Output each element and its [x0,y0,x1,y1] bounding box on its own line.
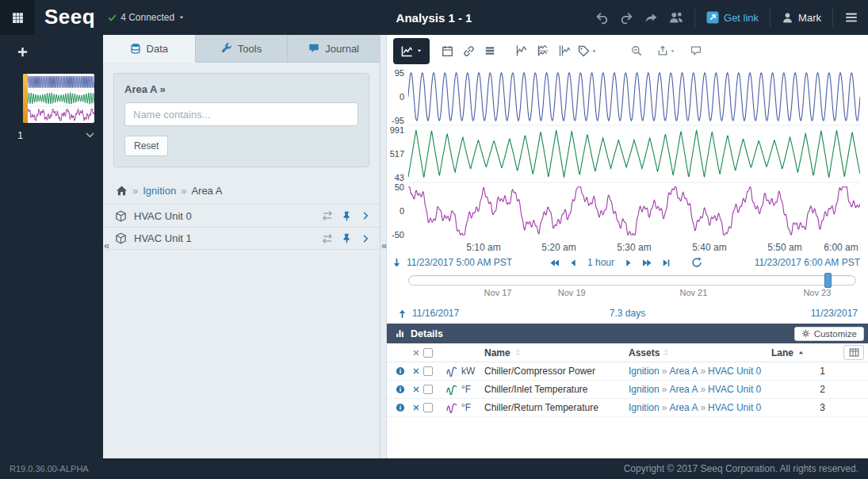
slider-handle[interactable] [824,273,832,288]
tab-data[interactable]: Data [103,35,196,63]
asset-link[interactable]: Ignition [629,402,660,413]
column-chooser-button[interactable] [843,345,864,360]
pin-asset-icon[interactable] [342,233,352,243]
details-table: Name Assets Lane [387,343,868,458]
asset-link[interactable]: Area A [669,402,698,413]
user-menu[interactable]: Mark [782,12,821,24]
row-checkbox[interactable] [423,403,433,412]
asset-link[interactable]: Ignition [629,366,660,377]
pin-asset-icon[interactable] [342,211,352,221]
asset-link[interactable]: Area A [669,366,698,377]
columns-grid-icon [849,347,859,358]
browse-panel: Data Tools Journal Area A » Reset » [103,35,380,458]
reset-button[interactable]: Reset [124,136,168,156]
asset-link[interactable]: HVAC Unit 0 [708,402,761,413]
samples-table-button[interactable] [480,40,499,61]
remove-all-icon[interactable] [408,349,423,357]
home-icon[interactable] [116,185,128,197]
annotate-button[interactable] [686,40,705,61]
info-icon[interactable] [392,403,408,412]
remove-icon[interactable] [408,385,423,393]
one-lane-button[interactable] [512,40,531,61]
auto-update-icon[interactable] [691,257,702,268]
display-range-start[interactable]: 11/23/2017 5:00 AM PST [407,257,512,268]
investigate-range-end[interactable]: 11/23/2017 [811,308,858,319]
display-range-right: 11/23/2017 6:00 AM PST [702,257,860,268]
details-header: Details Customize [387,324,868,343]
view-selector-button[interactable] [393,38,430,64]
column-header-name[interactable]: Name [484,347,629,358]
export-button[interactable] [656,40,677,61]
shrink-range-icon[interactable] [392,258,402,268]
new-worksheet-button[interactable] [17,46,29,58]
tab-journal[interactable]: Journal [288,35,380,63]
present-button[interactable] [644,11,658,25]
investigate-range-duration[interactable]: 7.3 days [610,308,645,319]
redo-button[interactable] [620,11,633,25]
version-label: R19.0.36.00-ALPHA [10,464,89,473]
display-range-bar: 11/23/2017 5:00 AM PST 1 hour 11/23/2017… [387,254,868,271]
step-forward-full-icon[interactable] [642,258,652,268]
hamburger-menu-button[interactable] [844,10,858,25]
asset-link[interactable]: HVAC Unit 0 [708,384,761,395]
swap-asset-icon[interactable] [322,210,333,221]
calendar-button[interactable] [438,40,457,61]
breadcrumb-ignition-link[interactable]: Ignition [143,185,176,197]
display-range-duration[interactable]: 1 hour [587,257,614,268]
connected-status[interactable]: 4 Connected [108,12,185,23]
display-range-left: 11/23/2017 5:00 AM PST [392,257,549,268]
remove-icon[interactable] [408,404,423,412]
display-range-end[interactable]: 11/23/2017 6:00 AM PST [755,257,860,268]
name-search-input[interactable] [124,102,358,126]
collapse-worksheet-panel-handle[interactable]: « [104,240,109,251]
details-row[interactable]: kW Chiller/Compressor Power Ignition » A… [387,362,868,381]
collaborate-users-button[interactable] [669,10,683,25]
slider-track[interactable] [408,275,856,285]
apps-grid-button[interactable] [0,0,35,35]
column-header-assets[interactable]: Assets [629,347,771,358]
step-forward-icon[interactable] [623,258,633,268]
info-icon[interactable] [392,385,408,394]
info-icon[interactable] [392,366,408,376]
slider-tick-label: Nov 17 [484,288,512,297]
details-row[interactable]: °F Chiller/Inlet Temperature Ignition » … [387,381,868,399]
path-separator: » [700,384,705,395]
column-header-lane[interactable]: Lane [771,347,839,358]
customize-button[interactable]: Customize [794,327,864,341]
row-checkbox[interactable] [423,366,433,376]
split-lanes-button[interactable] [533,40,553,61]
get-link-button[interactable]: Get link [706,11,759,24]
asset-link[interactable]: Area A [669,384,698,395]
step-back-icon[interactable] [568,258,579,268]
trend-chart[interactable]: 950-9599151743500-50 5:10 am5:20 am5:30 … [387,67,868,254]
investigate-range-start[interactable]: 11/16/2017 [412,308,459,319]
row-checkbox[interactable] [423,385,433,394]
grow-range-icon[interactable] [397,308,407,319]
asset-row-hvac-unit-1[interactable]: HVAC Unit 1 [103,227,380,250]
collapse-browse-panel-handle[interactable]: « [381,240,387,251]
tab-tools[interactable]: Tools [196,35,289,63]
step-back-full-icon[interactable] [549,258,560,268]
select-all-checkbox[interactable] [423,348,433,358]
worksheet-thumbnail[interactable] [23,74,94,123]
path-separator: » [662,366,667,377]
drill-in-icon[interactable] [361,234,370,243]
zoom-out-button[interactable] [627,40,646,61]
get-link-icon [706,11,719,24]
user-name: Mark [798,12,821,24]
asset-link[interactable]: HVAC Unit 0 [708,366,761,377]
chevron-down-icon[interactable] [85,130,95,140]
swap-asset-icon[interactable] [322,233,333,244]
details-row[interactable]: °F Chiller/Return Temperature Ignition »… [387,399,868,417]
asset-row-hvac-unit-0[interactable]: HVAC Unit 0 [103,204,380,227]
chain-view-button[interactable] [459,40,478,61]
split-axes-button[interactable] [555,40,574,61]
labels-button[interactable] [576,40,598,61]
drill-in-icon[interactable] [361,211,370,220]
slider-tick-label: Nov 21 [679,288,707,297]
caret-down-icon [591,48,597,54]
undo-button[interactable] [595,11,609,25]
go-to-now-icon[interactable] [661,258,671,268]
remove-icon[interactable] [408,367,423,375]
asset-link[interactable]: Ignition [629,384,660,395]
